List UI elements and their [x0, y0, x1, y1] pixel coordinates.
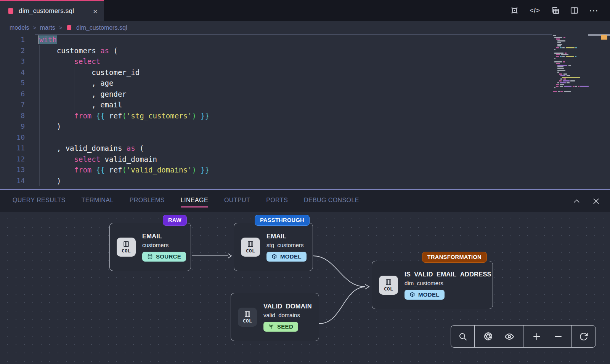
- columns-icon: [385, 279, 392, 286]
- node-subtitle: dim_customers: [405, 280, 491, 286]
- lineage-toolbar: [451, 325, 596, 348]
- tab-close-icon[interactable]: ×: [92, 7, 98, 15]
- indent-guide: [57, 56, 57, 121]
- code-line[interactable]: 6 , gender: [0, 89, 610, 100]
- search-icon: [458, 332, 467, 341]
- breadcrumb-marts[interactable]: marts: [40, 24, 55, 31]
- visibility-button[interactable]: [501, 332, 517, 342]
- zoom-in-button[interactable]: [529, 332, 544, 341]
- code-line[interactable]: 13 from {{ ref('valid_domains') }}: [0, 164, 610, 176]
- panel-tab-terminal[interactable]: TERMINAL: [82, 195, 114, 208]
- code-line[interactable]: 9 ): [0, 121, 610, 132]
- code-line[interactable]: 2 customers as (: [0, 45, 610, 56]
- panel-tab-problems[interactable]: PROBLEMS: [130, 195, 165, 208]
- minus-icon: [554, 332, 563, 341]
- line-number: 6: [0, 89, 25, 100]
- indent-guide: [57, 154, 57, 176]
- lineage-canvas[interactable]: RAW COL EMAIL customers SOURCE PASSTHROU…: [0, 212, 610, 364]
- line-number: 7: [0, 99, 25, 110]
- node-subtitle: valid_domains: [263, 312, 312, 318]
- code-line[interactable]: 1with: [0, 34, 610, 45]
- lineage-node-valid-domains[interactable]: COL VALID_DOMAIN valid_domains SEED: [231, 293, 319, 341]
- arrowhead-icon: [228, 254, 231, 258]
- code-editor[interactable]: 1with2 customers as (3 select4 customer_…: [0, 34, 610, 189]
- line-number: 11: [0, 143, 25, 154]
- line-number: 12: [0, 154, 25, 165]
- more-actions-icon[interactable]: ⋯: [589, 5, 599, 16]
- columns-icon: [247, 241, 254, 247]
- column-chip-label: COL: [246, 248, 255, 254]
- cube-icon: [409, 292, 415, 297]
- code-line[interactable]: 7 , email: [0, 99, 610, 110]
- model-badge: MODEL: [266, 252, 307, 262]
- column-chip-icon[interactable]: COL: [241, 238, 260, 257]
- code-line[interactable]: 5 , age: [0, 78, 610, 89]
- database-icon: [7, 7, 14, 15]
- code-line[interactable]: 11 , valid_domains as (: [0, 143, 610, 154]
- aperture-icon: [483, 332, 493, 341]
- minimap[interactable]: [552, 35, 587, 93]
- code-line[interactable]: 4 customer_id: [0, 67, 610, 78]
- seedling-icon: [268, 324, 274, 329]
- lineage-node-customers[interactable]: RAW COL EMAIL customers SOURCE: [109, 223, 191, 271]
- search-button[interactable]: [455, 332, 470, 341]
- code-line[interactable]: 10: [0, 132, 610, 143]
- breadcrumb-separator: >: [33, 25, 36, 31]
- panel-tab-ports[interactable]: PORTS: [266, 195, 288, 208]
- lineage-node-dim-customers[interactable]: TRANSFORMATION COL IS_VALID_EMAIL_ADDRES…: [372, 261, 493, 309]
- breadcrumb-models[interactable]: models: [10, 24, 29, 31]
- seed-badge: SEED: [263, 322, 298, 332]
- code-line[interactable]: 14 ): [0, 176, 610, 187]
- arrowhead-icon: [365, 284, 369, 289]
- cube-icon: [271, 254, 277, 259]
- code-line[interactable]: 8 from {{ ref('stg_customers') }}: [0, 110, 610, 121]
- panel-tab-debug-console[interactable]: DEBUG CONSOLE: [304, 195, 359, 208]
- lineage-node-stg-customers[interactable]: PASSTHROUGH COL EMAIL stg_customers MODE…: [234, 223, 313, 271]
- line-number: 3: [0, 56, 25, 67]
- node-title: IS_VALID_EMAIL_ADDRESS: [405, 271, 491, 278]
- editor-tab-bar: dim_customers.sql × </> ⋯: [0, 0, 610, 21]
- node-subtitle: customers: [142, 242, 186, 248]
- code-lines: 1with2 customers as (3 select4 customer_…: [0, 34, 610, 189]
- node-title: EMAIL: [142, 233, 186, 240]
- tab-dim-customers[interactable]: dim_customers.sql ×: [0, 0, 104, 21]
- zoom-out-button[interactable]: [551, 332, 566, 341]
- copy-table-icon[interactable]: [551, 6, 560, 15]
- collapse-panel-icon[interactable]: [573, 197, 581, 205]
- code-line[interactable]: 12 select valid_domain: [0, 154, 610, 165]
- column-chip-icon[interactable]: COL: [238, 308, 257, 327]
- column-chip-label: COL: [384, 286, 393, 292]
- model-badge: MODEL: [405, 290, 445, 300]
- badge-transformation: TRANSFORMATION: [422, 252, 487, 263]
- column-chip-icon[interactable]: COL: [117, 238, 136, 257]
- refresh-button[interactable]: [576, 332, 591, 341]
- dbt-logo-icon[interactable]: [510, 6, 519, 15]
- panel-tab-query-results[interactable]: QUERY RESULTS: [13, 195, 66, 208]
- column-chip-icon[interactable]: COL: [379, 276, 398, 295]
- line-number: 9: [0, 121, 25, 132]
- breadcrumb: models > marts > dim_customers.sql: [0, 21, 610, 34]
- line-number: 15: [0, 186, 25, 189]
- line-number: 2: [0, 45, 25, 56]
- badge-raw: RAW: [163, 215, 187, 226]
- eye-icon: [504, 332, 514, 342]
- line-number: 8: [0, 110, 25, 121]
- plus-icon: [532, 332, 541, 341]
- panel-tab-lineage[interactable]: LINEAGE: [181, 195, 208, 208]
- source-badge: SOURCE: [142, 252, 186, 262]
- tab-title: dim_customers.sql: [19, 7, 88, 15]
- code-view-icon[interactable]: </>: [530, 7, 540, 14]
- breadcrumb-separator: >: [59, 25, 62, 31]
- panel-tab-output[interactable]: OUTPUT: [224, 195, 250, 208]
- lineage-edge: [319, 287, 365, 324]
- line-number: 5: [0, 78, 25, 89]
- badge-passthrough: PASSTHROUGH: [255, 215, 310, 226]
- breadcrumb-file[interactable]: dim_customers.sql: [76, 24, 127, 31]
- code-line[interactable]: 15: [0, 186, 610, 189]
- refresh-icon: [579, 332, 588, 341]
- editor-actions: </> ⋯: [510, 0, 610, 21]
- code-line[interactable]: 3 select: [0, 56, 610, 67]
- close-panel-icon[interactable]: [592, 197, 600, 205]
- split-editor-icon[interactable]: [570, 6, 579, 15]
- lens-mode-button[interactable]: [480, 332, 496, 341]
